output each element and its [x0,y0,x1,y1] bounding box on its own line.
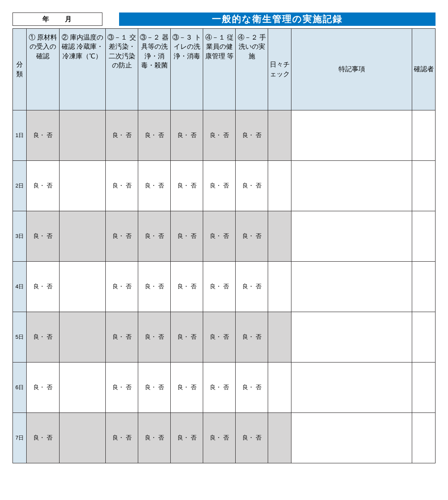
col-c3-3: ③－３ トイレの洗浄・消毒 [171,29,203,110]
cell-notes[interactable] [291,413,412,463]
title-bar: 一般的な衛生管理の実施記録 [119,12,436,26]
day-label: 6日 [13,362,27,413]
cell-c4-2[interactable]: 良・ 否 [236,262,268,312]
header-row: 分類 ① 原材料の受入の確認 ② 庫内温度の確認 冷蔵庫・冷凍庫（℃） ③－１ … [13,29,436,110]
cell-c3-3[interactable]: 良・ 否 [171,110,203,161]
cell-c1[interactable]: 良・ 否 [27,262,59,312]
col-c3-1: ③－１ 交差汚染・二次汚染の防止 [106,29,138,110]
cell-daily-check[interactable] [268,362,291,413]
cell-c2[interactable] [59,262,106,312]
cell-notes[interactable] [291,110,412,161]
cell-c3-3[interactable]: 良・ 否 [171,362,203,413]
cell-c1[interactable]: 良・ 否 [27,362,59,413]
cell-notes[interactable] [291,362,412,413]
day-label: 2日 [13,161,27,211]
col-c4-1: ④－１ 従業員の健康管理 等 [203,29,236,110]
col-notes: 特記事項 [291,29,412,110]
table-row: 1日良・ 否良・ 否良・ 否良・ 否良・ 否良・ 否 [13,110,436,161]
table-row: 6日良・ 否良・ 否良・ 否良・ 否良・ 否良・ 否 [13,362,436,413]
col-daily-check: 日々チェック [268,29,291,110]
table-row: 5日良・ 否良・ 否良・ 否良・ 否良・ 否良・ 否 [13,312,436,362]
cell-daily-check[interactable] [268,262,291,312]
cell-c4-1[interactable]: 良・ 否 [203,312,236,362]
year-month-box[interactable]: 年 月 [12,12,102,26]
col-c1: ① 原材料の受入の確認 [27,29,59,110]
cell-c4-1[interactable]: 良・ 否 [203,161,236,211]
cell-c2[interactable] [59,312,106,362]
cell-c1[interactable]: 良・ 否 [27,413,59,463]
cell-c2[interactable] [59,110,106,161]
col-category: 分類 [13,29,27,110]
cell-c4-2[interactable]: 良・ 否 [236,110,268,161]
cell-c3-1[interactable]: 良・ 否 [106,413,138,463]
day-label: 3日 [13,211,27,262]
cell-c3-2[interactable]: 良・ 否 [138,312,171,362]
cell-c4-1[interactable]: 良・ 否 [203,211,236,262]
col-c4-2: ④－２ 手洗いの実施 [236,29,268,110]
cell-c4-2[interactable]: 良・ 否 [236,312,268,362]
cell-confirmer[interactable] [412,110,436,161]
cell-c3-2[interactable]: 良・ 否 [138,110,171,161]
table-row: 4日良・ 否良・ 否良・ 否良・ 否良・ 否良・ 否 [13,262,436,312]
cell-c2[interactable] [59,161,106,211]
cell-confirmer[interactable] [412,362,436,413]
col-c2: ② 庫内温度の確認 冷蔵庫・冷凍庫（℃） [59,29,106,110]
day-label: 4日 [13,262,27,312]
cell-c3-2[interactable]: 良・ 否 [138,211,171,262]
cell-c3-1[interactable]: 良・ 否 [106,262,138,312]
cell-daily-check[interactable] [268,211,291,262]
table-row: 7日良・ 否良・ 否良・ 否良・ 否良・ 否良・ 否 [13,413,436,463]
cell-c3-2[interactable]: 良・ 否 [138,161,171,211]
cell-c3-3[interactable]: 良・ 否 [171,312,203,362]
cell-confirmer[interactable] [412,413,436,463]
cell-confirmer[interactable] [412,262,436,312]
cell-notes[interactable] [291,262,412,312]
cell-notes[interactable] [291,161,412,211]
cell-c1[interactable]: 良・ 否 [27,211,59,262]
day-label: 7日 [13,413,27,463]
cell-c2[interactable] [59,211,106,262]
cell-c3-2[interactable]: 良・ 否 [138,362,171,413]
cell-notes[interactable] [291,211,412,262]
year-month-label: 年 月 [42,15,72,24]
day-label: 5日 [13,312,27,362]
table-row: 2日良・ 否良・ 否良・ 否良・ 否良・ 否良・ 否 [13,161,436,211]
cell-c4-1[interactable]: 良・ 否 [203,110,236,161]
cell-c4-2[interactable]: 良・ 否 [236,161,268,211]
cell-c4-2[interactable]: 良・ 否 [236,413,268,463]
cell-c4-1[interactable]: 良・ 否 [203,413,236,463]
cell-c3-2[interactable]: 良・ 否 [138,413,171,463]
cell-c3-3[interactable]: 良・ 否 [171,413,203,463]
cell-confirmer[interactable] [412,211,436,262]
cell-daily-check[interactable] [268,110,291,161]
cell-c3-1[interactable]: 良・ 否 [106,362,138,413]
cell-c3-3[interactable]: 良・ 否 [171,211,203,262]
cell-c3-1[interactable]: 良・ 否 [106,110,138,161]
hygiene-record-table: 分類 ① 原材料の受入の確認 ② 庫内温度の確認 冷蔵庫・冷凍庫（℃） ③－１ … [12,28,436,463]
cell-c4-1[interactable]: 良・ 否 [203,262,236,312]
col-c3-2: ③－２ 器具等の洗浄・消毒・殺菌 [138,29,171,110]
cell-c1[interactable]: 良・ 否 [27,110,59,161]
table-row: 3日良・ 否良・ 否良・ 否良・ 否良・ 否良・ 否 [13,211,436,262]
cell-c1[interactable]: 良・ 否 [27,312,59,362]
col-confirmer: 確認者 [412,29,436,110]
cell-c3-1[interactable]: 良・ 否 [106,161,138,211]
cell-notes[interactable] [291,312,412,362]
cell-c2[interactable] [59,413,106,463]
cell-c1[interactable]: 良・ 否 [27,161,59,211]
cell-c4-2[interactable]: 良・ 否 [236,211,268,262]
cell-c3-3[interactable]: 良・ 否 [171,262,203,312]
cell-c3-3[interactable]: 良・ 否 [171,161,203,211]
cell-c4-1[interactable]: 良・ 否 [203,362,236,413]
cell-c3-1[interactable]: 良・ 否 [106,211,138,262]
cell-daily-check[interactable] [268,312,291,362]
cell-confirmer[interactable] [412,312,436,362]
cell-c2[interactable] [59,362,106,413]
cell-daily-check[interactable] [268,413,291,463]
cell-c3-2[interactable]: 良・ 否 [138,262,171,312]
cell-c4-2[interactable]: 良・ 否 [236,362,268,413]
day-label: 1日 [13,110,27,161]
cell-c3-1[interactable]: 良・ 否 [106,312,138,362]
cell-daily-check[interactable] [268,161,291,211]
cell-confirmer[interactable] [412,161,436,211]
